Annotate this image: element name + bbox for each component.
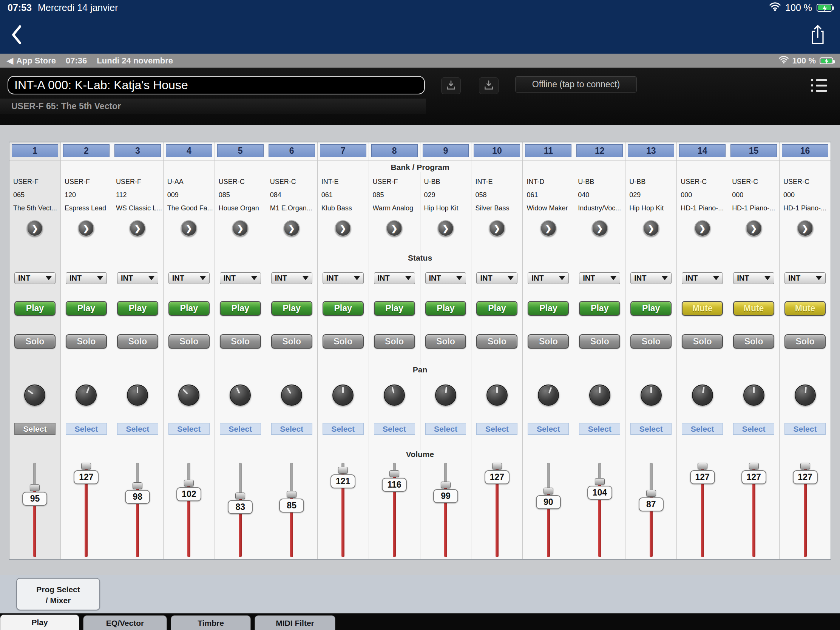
slider-handle[interactable]	[441, 482, 451, 488]
route-dropdown[interactable]: INT	[785, 272, 826, 284]
select-button[interactable]: Select	[169, 423, 210, 435]
slider-handle[interactable]	[30, 484, 39, 491]
volume-slider[interactable]: 121	[317, 463, 369, 557]
solo-button[interactable]: Solo	[14, 334, 55, 349]
play-mute-button[interactable]: Play	[220, 301, 261, 316]
pan-knob[interactable]	[24, 385, 45, 406]
pan-knob[interactable]	[76, 385, 97, 406]
slider-handle[interactable]	[492, 463, 502, 469]
play-mute-button[interactable]: Play	[117, 301, 158, 316]
volume-slider[interactable]: 87	[625, 463, 676, 557]
program-detail-button[interactable]: ❯	[284, 220, 300, 237]
pan-knob[interactable]	[230, 385, 251, 406]
select-button[interactable]: Select	[66, 423, 107, 435]
pan-knob[interactable]	[743, 385, 764, 406]
volume-slider[interactable]: 85	[266, 463, 317, 557]
route-dropdown[interactable]: INT	[271, 272, 313, 284]
pan-knob[interactable]	[127, 385, 148, 406]
pan-knob[interactable]	[332, 385, 354, 406]
slider-handle[interactable]	[646, 490, 656, 497]
play-mute-button[interactable]: Play	[66, 301, 107, 316]
select-button[interactable]: Select	[322, 423, 364, 435]
play-mute-button[interactable]: Play	[322, 301, 364, 316]
save-button[interactable]	[441, 77, 461, 94]
select-button[interactable]: Select	[630, 423, 671, 435]
solo-button[interactable]: Solo	[322, 334, 364, 349]
slider-handle[interactable]	[338, 467, 348, 474]
route-dropdown[interactable]: INT	[425, 272, 466, 284]
volume-slider[interactable]: 127	[728, 463, 779, 557]
program-detail-button[interactable]: ❯	[335, 220, 351, 237]
route-dropdown[interactable]: INT	[117, 272, 158, 284]
solo-button[interactable]: Solo	[271, 334, 313, 349]
volume-slider[interactable]: 127	[471, 463, 523, 557]
tab-eq-vector[interactable]: EQ/Vector	[83, 615, 167, 630]
select-button[interactable]: Select	[785, 423, 826, 435]
slider-handle[interactable]	[543, 488, 553, 494]
solo-button[interactable]: Solo	[425, 334, 466, 349]
pan-knob[interactable]	[538, 385, 559, 406]
play-mute-button[interactable]: Play	[14, 301, 55, 316]
play-mute-button[interactable]: Play	[476, 301, 518, 316]
route-dropdown[interactable]: INT	[476, 272, 518, 284]
solo-button[interactable]: Solo	[117, 334, 158, 349]
tab-timbre[interactable]: Timbre	[171, 615, 251, 630]
program-detail-button[interactable]: ❯	[129, 220, 146, 237]
share-icon[interactable]	[809, 24, 826, 45]
list-menu-icon[interactable]	[811, 79, 827, 92]
offline-connect-button[interactable]: Offline (tap to connect)	[515, 76, 637, 93]
pan-knob[interactable]	[589, 385, 610, 406]
play-mute-button[interactable]: Play	[579, 301, 620, 316]
tab-midi-filter[interactable]: MIDI Filter	[254, 615, 335, 630]
route-dropdown[interactable]: INT	[733, 272, 774, 284]
slider-handle[interactable]	[698, 463, 707, 469]
route-dropdown[interactable]: INT	[220, 272, 261, 284]
volume-slider[interactable]: 98	[112, 463, 163, 557]
program-detail-button[interactable]: ❯	[232, 220, 248, 237]
slider-handle[interactable]	[184, 480, 194, 486]
pan-knob[interactable]	[486, 385, 508, 406]
solo-button[interactable]: Solo	[630, 334, 671, 349]
back-to-app-crumb[interactable]: ◀ App Store	[7, 56, 56, 66]
route-dropdown[interactable]: INT	[682, 272, 723, 284]
slider-handle[interactable]	[389, 470, 399, 477]
slider-handle[interactable]	[235, 493, 245, 499]
volume-slider[interactable]: 102	[164, 463, 215, 557]
play-mute-button[interactable]: Mute	[785, 301, 826, 316]
slider-handle[interactable]	[749, 463, 759, 469]
route-dropdown[interactable]: INT	[66, 272, 107, 284]
route-dropdown[interactable]: INT	[374, 272, 415, 284]
volume-slider[interactable]: 95	[9, 463, 60, 557]
select-button[interactable]: Select	[682, 423, 723, 435]
volume-slider[interactable]: 127	[61, 463, 112, 557]
solo-button[interactable]: Solo	[169, 334, 210, 349]
pan-knob[interactable]	[692, 385, 713, 406]
volume-slider[interactable]: 127	[780, 463, 831, 557]
play-mute-button[interactable]: Play	[374, 301, 415, 316]
slider-handle[interactable]	[801, 463, 810, 469]
volume-slider[interactable]: 99	[420, 463, 471, 557]
slider-handle[interactable]	[595, 478, 605, 485]
pan-knob[interactable]	[178, 385, 199, 406]
play-mute-button[interactable]: Mute	[682, 301, 723, 316]
route-dropdown[interactable]: INT	[14, 272, 55, 284]
tab-play[interactable]: Play	[0, 614, 79, 630]
play-mute-button[interactable]: Play	[527, 301, 569, 316]
select-button[interactable]: Select	[374, 423, 415, 435]
volume-slider[interactable]: 127	[677, 463, 728, 557]
program-detail-button[interactable]: ❯	[540, 220, 556, 237]
solo-button[interactable]: Solo	[579, 334, 620, 349]
select-button[interactable]: Select	[579, 423, 620, 435]
program-detail-button[interactable]: ❯	[694, 220, 711, 237]
program-detail-button[interactable]: ❯	[78, 220, 95, 237]
select-button[interactable]: Select	[476, 423, 518, 435]
program-detail-button[interactable]: ❯	[386, 220, 403, 237]
volume-slider[interactable]: 116	[369, 463, 420, 557]
play-mute-button[interactable]: Mute	[733, 301, 774, 316]
volume-slider[interactable]: 90	[523, 463, 574, 557]
play-mute-button[interactable]: Play	[630, 301, 671, 316]
program-detail-button[interactable]: ❯	[745, 220, 762, 237]
solo-button[interactable]: Solo	[66, 334, 107, 349]
select-button[interactable]: Select	[14, 423, 55, 435]
select-button[interactable]: Select	[527, 423, 569, 435]
